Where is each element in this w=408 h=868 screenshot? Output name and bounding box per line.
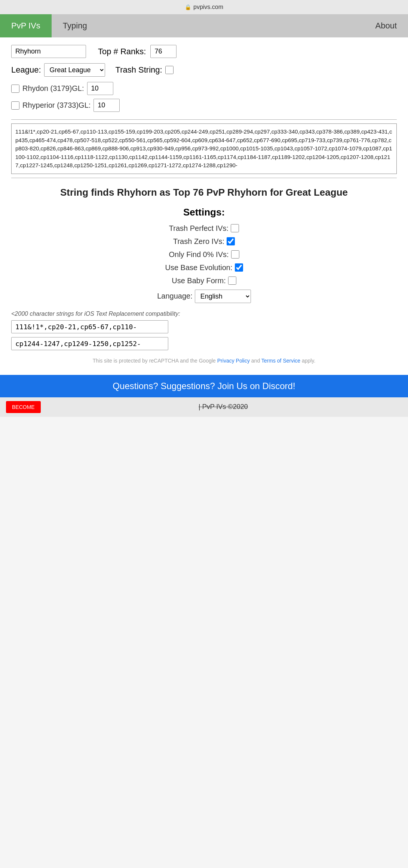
- lock-icon: 🔒: [185, 4, 191, 10]
- address-bar: 🔒 pvpivs.com: [0, 0, 408, 14]
- trash-perfect-label: Trash Perfect IVs:: [169, 224, 228, 233]
- url-text: pvpivs.com: [193, 4, 223, 10]
- nav-pvpivs[interactable]: PvP IVs: [0, 14, 52, 37]
- recaptcha-footer: This site is protected by reCAPTCHA and …: [11, 358, 397, 364]
- privacy-policy-link[interactable]: Privacy Policy: [217, 358, 250, 364]
- ios-label: <2000 character strings for iOS Text Rep…: [11, 311, 397, 317]
- main-content: Top # Ranks: League: Great League Ultra …: [0, 37, 408, 375]
- baby-form-checkbox[interactable]: [228, 276, 236, 285]
- copyright: | PvP IVs ©2020: [45, 403, 402, 411]
- rhyperior-input[interactable]: [93, 99, 120, 112]
- discord-link[interactable]: Questions? Suggestions? Join Us on Disco…: [113, 381, 295, 391]
- language-label: Language:: [157, 292, 193, 300]
- setting-language: Language: English German French Spanish …: [11, 290, 397, 303]
- only-zero-label: Only Find 0% IVs:: [169, 250, 228, 259]
- setting-baby-form: Use Baby Form:: [11, 276, 397, 285]
- become-button[interactable]: BECOME: [6, 401, 41, 413]
- baby-form-label: Use Baby Form:: [172, 276, 226, 285]
- top-ranks-input[interactable]: [150, 45, 177, 58]
- setting-trash-zero: Trash Zero IVs:: [11, 237, 397, 246]
- navigation: PvP IVs Typing About: [0, 14, 408, 37]
- rhyperior-label: Rhyperior (3733)GL:: [22, 101, 91, 110]
- evolution-rhydon-row: Rhydon (3179)GL:: [11, 82, 397, 95]
- base-evolution-checkbox[interactable]: [235, 263, 243, 272]
- rhydon-label: Rhydon (3179)GL:: [22, 84, 84, 93]
- trash-perfect-checkbox[interactable]: [231, 224, 239, 232]
- ios-section: <2000 character strings for iOS Text Rep…: [11, 311, 397, 350]
- trash-string-label: Trash String:: [116, 65, 162, 75]
- rhydon-input[interactable]: [87, 82, 113, 95]
- language-select[interactable]: English German French Spanish Italian Ja…: [195, 290, 251, 303]
- ios-string-1[interactable]: [11, 320, 168, 333]
- setting-only-zero: Only Find 0% IVs:: [11, 250, 397, 259]
- top-ranks-label: Top # Ranks:: [98, 47, 146, 56]
- terms-link[interactable]: Terms of Service: [261, 358, 300, 364]
- form-row-2: League: Great League Ultra League Master…: [11, 63, 397, 77]
- form-row-1: Top # Ranks:: [11, 45, 397, 58]
- rhyperior-checkbox[interactable]: [11, 101, 19, 110]
- setting-trash-perfect: Trash Perfect IVs:: [11, 224, 397, 233]
- result-heading: String finds Rhyhorn as Top 76 PvP Rhyho…: [11, 186, 397, 199]
- league-select[interactable]: Great League Ultra League Master League: [44, 63, 105, 77]
- form-area: Top # Ranks: League: Great League Ultra …: [11, 45, 397, 112]
- evolution-rhyperior-row: Rhyperior (3733)GL:: [11, 99, 397, 112]
- rhydon-checkbox[interactable]: [11, 85, 19, 93]
- trash-zero-label: Trash Zero IVs:: [173, 237, 224, 246]
- only-zero-checkbox[interactable]: [231, 250, 239, 259]
- trash-zero-checkbox[interactable]: [227, 237, 235, 245]
- divider-1: [11, 119, 397, 120]
- divider-2: [11, 178, 397, 178]
- nav-typing[interactable]: Typing: [52, 14, 98, 37]
- nav-about[interactable]: About: [364, 14, 408, 37]
- league-label: League:: [11, 65, 41, 75]
- bottom-bar: BECOME | PvP IVs ©2020: [0, 397, 408, 417]
- discord-bar[interactable]: Questions? Suggestions? Join Us on Disco…: [0, 375, 408, 397]
- settings-title: Settings:: [11, 207, 397, 218]
- cp-string-output: 111&!1*,cp20-21,cp65-67,cp110-113,cp155-…: [11, 123, 397, 174]
- setting-base-evolution: Use Base Evolution:: [11, 263, 397, 272]
- trash-string-checkbox[interactable]: [165, 66, 174, 74]
- ios-string-2[interactable]: [11, 337, 168, 350]
- pokemon-input[interactable]: [11, 45, 86, 58]
- base-evolution-label: Use Base Evolution:: [165, 263, 232, 272]
- settings-section: Settings: Trash Perfect IVs: Trash Zero …: [11, 207, 397, 303]
